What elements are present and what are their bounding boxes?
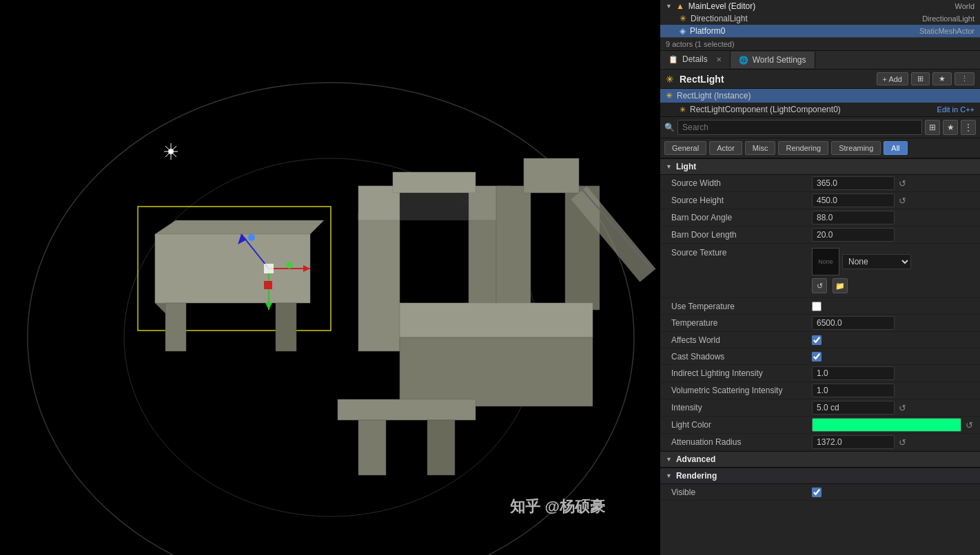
add-button[interactable]: + Add	[877, 72, 908, 85]
svg-rect-42	[358, 420, 386, 475]
filter-misc[interactable]: Misc	[745, 141, 776, 155]
level-icon: ▲	[676, 1, 684, 11]
light-color-swatch[interactable]	[812, 418, 961, 432]
attenuation-radius-input[interactable]	[812, 435, 895, 449]
tab-world-settings[interactable]: 🌐 World Settings	[731, 52, 815, 68]
source-height-reset[interactable]: ↺	[897, 196, 908, 206]
source-width-reset[interactable]: ↺	[897, 178, 908, 189]
outliner-row-mainlevel[interactable]: ▼ ▲ MainLevel (Editor) World	[660, 0, 980, 12]
intensity-reset[interactable]: ↺	[897, 403, 908, 413]
outliner-mainlevel-type: World	[955, 2, 974, 10]
barn-door-angle-label: Barn Door Angle	[671, 213, 809, 222]
intensity-input[interactable]	[812, 401, 895, 415]
properties-panel: ▼ Light Source Width ↺ Source Height ↺ B…	[660, 158, 980, 555]
svg-point-25	[248, 234, 255, 241]
svg-point-26	[286, 262, 293, 269]
source-height-input[interactable]	[812, 193, 895, 207]
search-input[interactable]	[677, 120, 922, 135]
temperature-input[interactable]	[812, 316, 895, 330]
texture-dropdown[interactable]: None	[842, 254, 911, 269]
prop-source-texture: Source Texture None None ↺ 📁	[660, 244, 980, 298]
affects-world-checkbox[interactable]	[812, 335, 821, 345]
prop-temperature: Temperature	[660, 315, 980, 332]
filter-actor[interactable]: Actor	[709, 141, 742, 155]
light-color-value: ↺	[812, 418, 974, 432]
visible-label: Visible	[671, 488, 809, 497]
texture-preview[interactable]: None	[812, 248, 839, 275]
barn-door-angle-input[interactable]	[812, 211, 895, 224]
filter-streaming[interactable]: Streaming	[831, 141, 881, 155]
svg-rect-37	[400, 303, 593, 337]
section-light-arrow: ▼	[666, 163, 672, 170]
texture-refresh-btn[interactable]: ↺	[812, 278, 827, 293]
affects-world-value	[812, 335, 974, 345]
indirect-lighting-label: Indirect Lighting Intensity	[671, 368, 809, 378]
svg-rect-33	[400, 193, 469, 220]
prop-barn-door-length: Barn Door Length	[660, 227, 980, 244]
svg-rect-43	[427, 420, 455, 475]
filter-general[interactable]: General	[664, 141, 706, 155]
section-light[interactable]: ▼ Light	[660, 158, 980, 175]
star-icon-button[interactable]: ★	[943, 120, 958, 135]
more-icon-button[interactable]: ⋮	[961, 120, 976, 135]
grid-icon-button[interactable]: ⊞	[925, 120, 940, 135]
affects-world-label: Affects World	[671, 335, 809, 345]
svg-rect-36	[524, 158, 579, 193]
svg-marker-17	[276, 303, 296, 351]
volumetric-scattering-label: Volumetric Scattering Intensity	[671, 386, 809, 395]
source-width-input[interactable]	[812, 176, 895, 190]
section-rendering[interactable]: ▼ Rendering	[660, 468, 980, 484]
cast-shadows-label: Cast Shadows	[671, 352, 809, 362]
use-temperature-checkbox[interactable]	[812, 302, 821, 311]
favorite-button[interactable]: ★	[932, 72, 952, 85]
triangle-icon: ▼	[666, 3, 672, 10]
svg-rect-41	[338, 399, 476, 420]
svg-rect-27	[264, 281, 272, 289]
intensity-value: ↺	[812, 401, 974, 415]
filter-rendering[interactable]: Rendering	[778, 141, 828, 155]
grid-view-button[interactable]: ⊞	[911, 72, 930, 85]
texture-none-label: None	[818, 258, 833, 265]
outliner-platform-type: StaticMeshActor	[919, 27, 974, 35]
visible-value	[812, 488, 974, 497]
prop-volumetric-scattering: Volumetric Scattering Intensity	[660, 382, 980, 399]
outliner-row-directionallight[interactable]: ✳ DirectionalLight DirectionalLight	[660, 12, 980, 25]
tab-details-label: Details	[682, 54, 708, 64]
comp-row-instance[interactable]: ✳ RectLight (Instance)	[660, 89, 980, 103]
visible-checkbox[interactable]	[812, 488, 821, 497]
light-color-label: Light Color	[671, 420, 809, 430]
outliner-row-platform[interactable]: ◈ Platform0 StaticMeshActor	[660, 25, 980, 37]
svg-point-11	[168, 149, 174, 154]
scene-canvas	[0, 0, 660, 555]
outliner-mainlevel-label: MainLevel (Editor)	[688, 1, 755, 11]
texture-browse-btn[interactable]: 📁	[833, 278, 848, 293]
edit-cpp-link[interactable]: Edit in C++	[937, 105, 974, 114]
attenuation-radius-value: ↺	[812, 435, 974, 449]
indirect-lighting-input[interactable]	[812, 366, 895, 380]
volumetric-scattering-input[interactable]	[812, 384, 895, 397]
source-height-value: ↺	[812, 193, 974, 207]
comp-row-child[interactable]: ✳ RectLightComponent (LightComponent0) E…	[660, 103, 980, 116]
light-color-reset[interactable]: ↺	[964, 420, 974, 430]
rectlight-icon: ✳	[666, 74, 674, 85]
comp-instance-label: RectLight (Instance)	[677, 91, 751, 101]
svg-rect-0	[0, 0, 660, 555]
close-icon[interactable]: ✕	[716, 56, 722, 63]
source-width-value: ↺	[812, 176, 974, 190]
cast-shadows-value	[812, 352, 974, 362]
prop-light-color: Light Color ↺	[660, 417, 980, 434]
section-light-label: Light	[676, 162, 696, 171]
more-button[interactable]: ⋮	[955, 72, 974, 85]
tab-details[interactable]: 📋 Details ✕	[660, 51, 731, 69]
section-advanced[interactable]: ▼ Advanced	[660, 451, 980, 468]
filter-all[interactable]: All	[884, 141, 907, 155]
viewport[interactable]: 知乎 @杨硕豪	[0, 0, 660, 555]
cast-shadows-checkbox[interactable]	[812, 352, 821, 362]
barn-door-length-input[interactable]	[812, 228, 895, 242]
prop-affects-world: Affects World	[660, 332, 980, 348]
attenuation-radius-reset[interactable]: ↺	[897, 437, 908, 448]
prop-cast-shadows: Cast Shadows	[660, 348, 980, 365]
prop-intensity: Intensity ↺	[660, 399, 980, 417]
indirect-lighting-value	[812, 366, 974, 380]
svg-rect-28	[358, 213, 400, 351]
